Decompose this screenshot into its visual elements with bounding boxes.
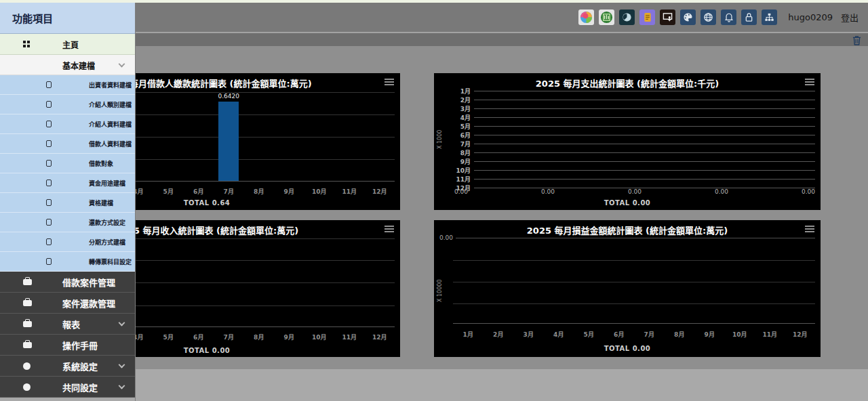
sidebar-item[interactable]: 案件還款管理 [0,293,135,314]
palette-icon[interactable] [680,9,696,25]
sidebar-subitem[interactable]: 介紹人類別建檔 [0,95,135,114]
chart-row: 8月 [453,148,815,157]
y-tick-label: 2月 [453,96,471,104]
y-tick-label: 5月 [453,122,471,131]
x-tick-label: 11月 [762,330,777,339]
y-tick-label: 10月 [453,166,471,175]
zero-bar-line [474,152,815,153]
chevron-down-icon [119,320,125,326]
sidebar-subitem[interactable]: 借款對象 [0,154,135,173]
sidebar-subitem[interactable]: 資金用途建檔 [0,173,135,193]
globe-icon[interactable] [701,9,716,25]
chart-total: TOTAL 0.00 [434,345,821,352]
sidebar-item[interactable]: 操作手冊 [0,335,135,356]
briefcase-icon [23,279,32,285]
plot-area: 1月2月3月4月5月6月7月8月9月10月11月12月 [453,87,815,184]
sidebar-title: 功能項目 [0,3,135,34]
y-tick-label: 8月 [453,148,471,157]
sidebar-item[interactable]: 共同設定 [0,377,135,398]
x-tick-label: 0.00 [715,188,728,195]
sphere-icon [23,362,31,370]
chart-total: TOTAL 0.00 [434,199,821,207]
x-tick-label: 8月 [254,187,264,196]
x-tick-label: 9月 [284,187,294,196]
sidebar-subitem[interactable]: 轉傳票科目設定 [0,252,135,272]
plot-area [453,238,815,324]
sitemap-icon[interactable] [762,9,777,25]
sidebar-group-basic-setup[interactable]: 基本建檔 [0,55,135,75]
green-logo-icon[interactable] [599,9,614,25]
sidebar-subitem[interactable]: 分期方式建檔 [0,232,135,252]
sidebar-item-home[interactable]: 主頁 [0,34,135,55]
chart-title: 2025 每月損益金額統計圖表 (統計金額單位:萬元) [434,224,821,236]
chart-menu-icon[interactable] [384,226,394,234]
chart-menu-icon[interactable] [805,79,814,87]
sidebar-subitem-label: 還款方式設定 [89,218,125,227]
x-tick-label: 2月 [493,330,503,339]
briefcase-icon [23,300,32,306]
x-tick-label: 3月 [524,330,534,339]
x-tick-label: 5月 [163,333,174,341]
x-tick-label: 0.00 [628,188,642,195]
x-tick-label: 0.00 [454,188,468,195]
bar-value-label: 0.6420 [218,93,240,100]
bell-icon[interactable] [721,9,736,25]
x-tick-label: 11月 [342,333,357,341]
checkbox-outline-icon [46,199,52,206]
scroll-icon[interactable] [639,9,655,25]
sidebar: 功能項目 主頁 基本建檔 出資者資料建檔介紹人類別建檔介紹人資料建檔借款人資料建… [0,3,136,401]
colorful-logo-icon[interactable] [578,9,594,25]
zero-bar-line [474,100,815,100]
checkbox-outline-icon [46,160,52,167]
x-tick-label: 10月 [312,187,327,196]
x-tick-label: 9月 [705,330,715,339]
chart-row: 5月 [453,122,815,131]
checkbox-outline-icon [46,238,52,245]
zero-bar-line [474,170,815,171]
sidebar-subitems: 出資者資料建檔介紹人類別建檔介紹人資料建檔借款人資料建檔借款對象資金用途建檔資格… [0,75,135,272]
sidebar-item[interactable]: 系統設定 [0,356,135,377]
x-tick-label: 5月 [584,330,594,339]
chart-panel-profit: 2025 每月損益金額統計圖表 (統計金額單位:萬元) 0.00 X 10000… [434,220,821,357]
sidebar-item[interactable]: 報表 [0,314,135,335]
chart-row: 4月 [453,113,815,122]
zero-bar-line [474,91,815,91]
sidebar-subitem[interactable]: 借款人資料建檔 [0,134,135,154]
sidebar-item-label: 操作手冊 [62,339,98,352]
zero-bar-line [474,126,815,127]
clock-icon[interactable] [619,9,635,25]
chart-menu-icon[interactable] [805,226,814,234]
x-tick-label: 12月 [372,333,387,341]
chart-menu-icon[interactable] [384,79,394,87]
chart-row: 2月 [453,96,815,104]
y-axis-title: X 10000 [435,259,443,322]
trash-icon[interactable] [852,35,861,48]
presentation-board-icon[interactable] [660,9,675,25]
sidebar-item-label: 案件還款管理 [62,297,115,310]
x-tick-label: 10月 [732,330,747,339]
zero-tick-label: 0.00 [439,234,453,241]
sidebar-subitem[interactable]: 介紹人資料建檔 [0,114,135,134]
x-tick-label: 0.00 [541,188,555,195]
sidebar-subitem[interactable]: 還款方式設定 [0,213,135,232]
sidebar-subitem[interactable]: 資格建檔 [0,193,135,213]
sphere-icon [23,383,31,391]
checkbox-outline-icon [46,81,52,88]
lock-icon[interactable] [741,9,757,25]
chevron-down-icon [119,60,125,67]
sidebar-item-label: 共同設定 [62,381,98,394]
x-tick-label: 7月 [644,330,654,339]
x-tick-label: 7月 [224,333,234,341]
sidebar-item[interactable]: 借款案件管理 [0,272,135,293]
checkbox-outline-icon [46,180,52,186]
y-tick-label: 1月 [453,87,471,96]
briefcase-icon [23,342,32,348]
logout-button[interactable]: 登出 [841,11,859,24]
bar-july[interactable] [218,102,239,181]
x-tick-label: 11月 [342,187,357,196]
y-tick-label: 9月 [453,157,471,166]
sidebar-subitem[interactable]: 出資者資料建檔 [0,75,135,95]
x-tick-label: 12月 [793,330,808,339]
y-tick-label: 6月 [453,131,471,140]
checkbox-outline-icon [46,140,52,147]
